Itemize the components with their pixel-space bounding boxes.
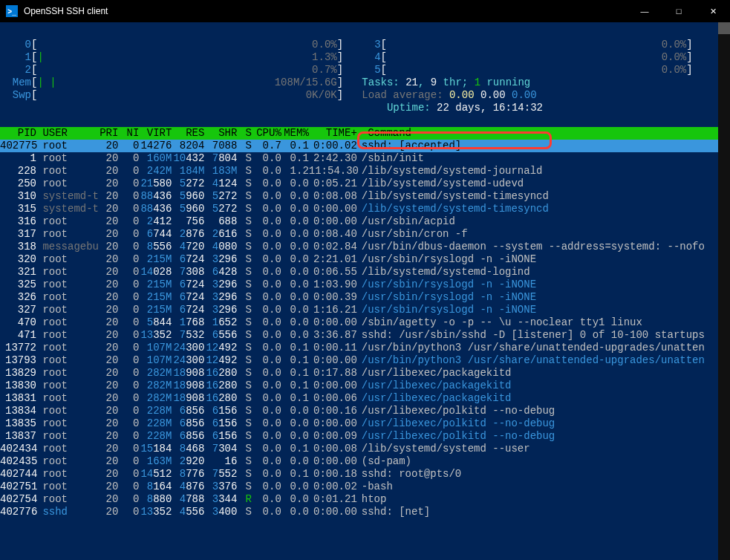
- process-row[interactable]: 13830 root200282M1890816280 S0.00.10:00.…: [0, 380, 730, 392]
- process-row[interactable]: 402751 root200816448763376 S0.00.00:00.0…: [0, 481, 730, 493]
- process-row[interactable]: 228 root200242M184M183M S0.01.211:54.30/…: [0, 165, 730, 178]
- process-row[interactable]: 1 root200160M104327804 S0.00.12:42.30/sb…: [0, 152, 730, 165]
- terminal[interactable]: 0[ 0.0%] 3[ 0.0%] 1[| 1.3%] 4[: [0, 22, 730, 560]
- process-row[interactable]: 326 root200215M67243296 S0.00.00:00.39/u…: [0, 291, 730, 304]
- minimize-button[interactable]: —: [628, 0, 662, 22]
- process-row[interactable]: 13793 root200107M2430012492 S0.00.10:00.…: [0, 354, 730, 367]
- close-button[interactable]: ✕: [696, 0, 730, 22]
- process-row[interactable]: 402744 root2001451287767552 S0.00.10:00.…: [0, 468, 730, 481]
- process-row[interactable]: 315 systemd-t2008843659605272 S0.00.00:0…: [0, 203, 730, 215]
- process-row[interactable]: 13837 root200228M68566156 S0.00.00:00.09…: [0, 430, 730, 443]
- process-header[interactable]: PID USERPRINIVIRTRESSHR SCPU%MEM%TIME+ C…: [0, 127, 730, 140]
- process-row[interactable]: 402776 sshd2001335245563400 S0.00.00:00.…: [0, 506, 730, 518]
- process-row[interactable]: 325 root200215M67243296 S0.00.01:03.90/u…: [0, 279, 730, 291]
- process-row[interactable]: 402754 root200888047883344 R0.00.00:01.2…: [0, 493, 730, 506]
- process-row[interactable]: 327 root200215M67243296 S0.00.01:16.21/u…: [0, 304, 730, 316]
- process-row[interactable]: 250 root2002158052724124 S0.00.00:05.21/…: [0, 178, 730, 190]
- process-row[interactable]: 13834 root200228M68566156 S0.00.00:00.16…: [0, 405, 730, 417]
- process-row[interactable]: 321 root2001402873086428 S0.00.00:06.55/…: [0, 266, 730, 279]
- process-row[interactable]: 402775 root2001427682047088 S0.70.10:00.…: [0, 140, 730, 152]
- process-row[interactable]: 13831 root200282M1890816280 S0.00.10:00.…: [0, 392, 730, 405]
- process-row[interactable]: 13835 root200228M68566156 S0.00.00:00.00…: [0, 417, 730, 430]
- process-row[interactable]: 317 root200674428762616 S0.00.00:08.40/u…: [0, 228, 730, 241]
- process-row[interactable]: 402434 root2001518484687304 S0.00.10:00.…: [0, 443, 730, 455]
- mem-row: Mem[| | 108M/15.6G] Tasks: 21, 9 thr; 1 …: [0, 76, 730, 89]
- process-row[interactable]: 13772 root200107M2430012492 S0.00.10:00.…: [0, 342, 730, 354]
- cpu-meter-row: 1[| 1.3%] 4[ 0.0%]: [0, 51, 730, 64]
- process-row[interactable]: 402435 root200163M292016 S0.00.00:00.00(…: [0, 455, 730, 468]
- process-row[interactable]: 13829 root200282M1890816280 S0.00.10:17.…: [0, 367, 730, 380]
- swp-row: Swp[ 0K/0K] Load average: 0.00 0.00 0.00: [0, 89, 730, 102]
- process-row[interactable]: 318 messagebu200855647204080 S0.00.00:02…: [0, 241, 730, 253]
- scrollbar[interactable]: [718, 22, 730, 560]
- cpu-meter-row: 2[ 0.7%] 5[ 0.0%]: [0, 64, 730, 76]
- window-title: OpenSSH SSH client: [22, 6, 628, 16]
- process-row[interactable]: 470 root200584417681652 S0.00.00:00.00/s…: [0, 316, 730, 329]
- cpu-meter-row: 0[ 0.0%] 3[ 0.0%]: [0, 39, 730, 51]
- scrollbar-thumb[interactable]: [718, 22, 730, 34]
- titlebar: >_ OpenSSH SSH client — □ ✕: [0, 0, 730, 22]
- powershell-icon: >_: [6, 5, 18, 17]
- process-row[interactable]: 310 systemd-t2008843659605272 S0.00.00:0…: [0, 190, 730, 203]
- maximize-button[interactable]: □: [662, 0, 696, 22]
- uptime-row: Uptime: 22 days, 16:14:32: [0, 102, 730, 114]
- process-row[interactable]: 320 root200215M67243296 S0.00.02:21.01/u…: [0, 253, 730, 266]
- process-row[interactable]: 471 root2001335275326556 S0.00.03:36.87s…: [0, 329, 730, 342]
- process-row[interactable]: 316 root2002412756688 S0.00.00:00.00/usr…: [0, 215, 730, 228]
